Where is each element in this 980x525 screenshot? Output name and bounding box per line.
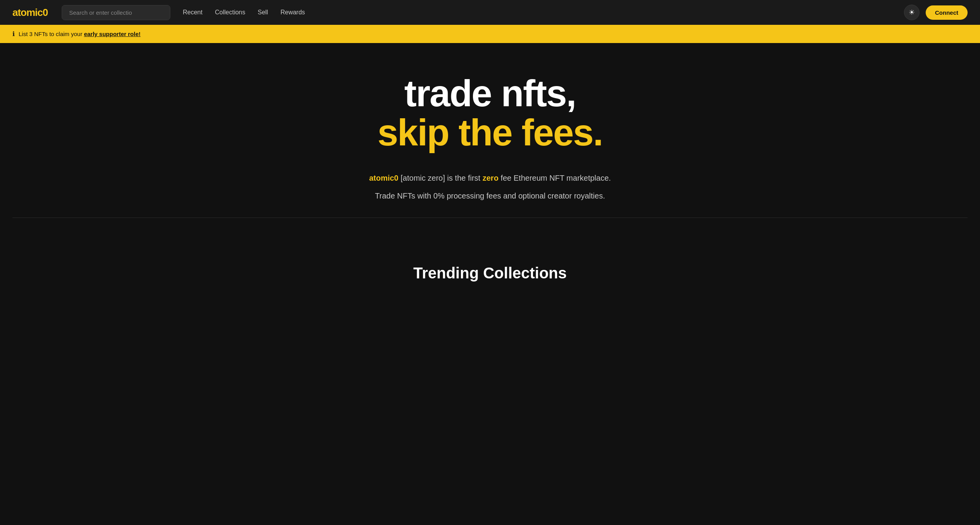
trending-title: Trending Collections <box>12 264 968 282</box>
info-icon: ℹ <box>12 30 15 38</box>
nav-rewards[interactable]: Rewards <box>280 9 305 16</box>
banner-link[interactable]: early supporter role! <box>84 31 140 37</box>
search-input[interactable] <box>62 5 170 20</box>
connect-button[interactable]: Connect <box>926 5 968 20</box>
banner-text-before: List 3 NFTs to claim your <box>19 31 84 37</box>
nav-right: ☀ Connect <box>904 5 968 20</box>
section-divider <box>12 218 968 218</box>
hero-subtitle: Trade NFTs with 0% processing fees and o… <box>375 190 605 202</box>
navbar: atomic0 Recent Collections Sell Rewards … <box>0 0 980 25</box>
site-logo[interactable]: atomic0 <box>12 7 48 19</box>
hero-section: trade nfts, skip the fees. atomic0 [atom… <box>0 43 980 241</box>
hero-title-line2: skip the fees. <box>377 113 603 152</box>
trending-section: Trending Collections <box>0 241 980 297</box>
nav-collections[interactable]: Collections <box>215 9 245 16</box>
nav-recent[interactable]: Recent <box>183 9 203 16</box>
promo-banner: ℹ List 3 NFTs to claim your early suppor… <box>0 25 980 43</box>
hero-description: atomic0 [atomic zero] is the first zero … <box>369 172 611 184</box>
banner-text: List 3 NFTs to claim your early supporte… <box>19 31 140 37</box>
hero-desc-end: fee Ethereum NFT marketplace. <box>499 174 611 182</box>
theme-toggle-button[interactable]: ☀ <box>904 5 919 20</box>
nav-links: Recent Collections Sell Rewards <box>183 9 895 16</box>
hero-zero-word: zero <box>483 174 499 182</box>
hero-brand-name: atomic0 <box>369 174 398 182</box>
nav-sell[interactable]: Sell <box>258 9 268 16</box>
hero-desc-middle: [atomic zero] is the first <box>398 174 483 182</box>
hero-title-line1: trade nfts, <box>404 74 576 113</box>
